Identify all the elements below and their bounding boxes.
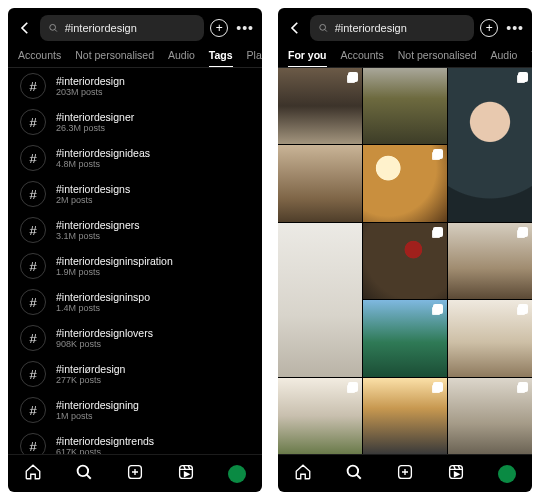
hashtag-icon: # <box>20 325 46 351</box>
grid-post-tall[interactable] <box>278 223 362 377</box>
grid-post[interactable] <box>363 145 447 221</box>
hashtag-icon: # <box>20 361 46 387</box>
search-input[interactable] <box>65 22 197 34</box>
hashtag-meta: 203M posts <box>56 87 125 97</box>
hashtag-name: #interiordesigners <box>56 219 139 231</box>
svg-line-15 <box>357 474 361 478</box>
carousel-icon <box>348 382 358 392</box>
hashtag-result-row[interactable]: ##interiordesigning1M posts <box>8 392 262 428</box>
more-options-icon[interactable]: ••• <box>506 20 524 36</box>
hashtag-name: #interiørdesign <box>56 363 125 375</box>
grid-post[interactable] <box>278 378 362 454</box>
svg-point-2 <box>78 465 89 476</box>
grid-post[interactable] <box>363 378 447 454</box>
grid-post[interactable] <box>278 145 362 221</box>
tab-tags[interactable]: Tags <box>209 49 233 67</box>
search-box[interactable] <box>310 15 474 41</box>
hashtag-result-row[interactable]: ##interiørdesign277K posts <box>8 356 262 392</box>
hashtag-result-row[interactable]: ##interiordesigners3.1M posts <box>8 212 262 248</box>
hashtag-icon: # <box>20 289 46 315</box>
grid-post[interactable] <box>363 300 447 376</box>
carousel-icon <box>518 382 528 392</box>
tab-accounts[interactable]: Accounts <box>341 49 384 67</box>
nav-profile-avatar[interactable] <box>228 465 246 483</box>
tab-places-partial[interactable]: Pla <box>247 49 262 67</box>
create-button[interactable]: + <box>480 19 498 37</box>
carousel-icon <box>433 227 443 237</box>
search-tabs: For you Accounts Not personalised Audio … <box>278 45 532 68</box>
more-options-icon[interactable]: ••• <box>236 20 254 36</box>
hashtag-meta: 1.4M posts <box>56 303 150 313</box>
hashtag-results-list[interactable]: ##interiordesign203M posts##interiordesi… <box>8 68 262 454</box>
hashtag-result-row[interactable]: ##interiordesign203M posts <box>8 68 262 104</box>
hashtag-meta: 3.1M posts <box>56 231 139 241</box>
hashtag-result-row[interactable]: ##interiordesigntrends617K posts <box>8 428 262 454</box>
phone-tags-screen: + ••• Accounts Not personalised Audio Ta… <box>8 8 262 492</box>
grid-post[interactable] <box>363 223 447 299</box>
svg-line-1 <box>55 29 57 31</box>
hashtag-result-row[interactable]: ##interiordesigninspiration1.9M posts <box>8 248 262 284</box>
back-button[interactable] <box>286 19 304 37</box>
grid-post[interactable] <box>448 300 532 376</box>
hashtag-meta: 617K posts <box>56 447 154 454</box>
nav-search-icon[interactable] <box>75 463 93 485</box>
nav-reels-icon[interactable] <box>177 463 195 485</box>
tab-audio[interactable]: Audio <box>168 49 195 67</box>
tab-for-you[interactable]: For you <box>288 49 327 67</box>
svg-line-3 <box>87 474 91 478</box>
hashtag-name: #interiordesigning <box>56 399 139 411</box>
grid-post[interactable] <box>278 68 362 144</box>
hashtag-icon: # <box>20 253 46 279</box>
carousel-icon <box>433 304 443 314</box>
hashtag-icon: # <box>20 73 46 99</box>
search-header: + ••• <box>8 8 262 45</box>
search-tabs: Accounts Not personalised Audio Tags Pla <box>8 45 262 68</box>
search-icon <box>48 22 59 34</box>
hashtag-name: #interiordesigns <box>56 183 130 195</box>
hashtag-result-row[interactable]: ##interiordesignideas4.8M posts <box>8 140 262 176</box>
hashtag-name: #interiordesign <box>56 75 125 87</box>
nav-search-icon[interactable] <box>345 463 363 485</box>
nav-create-icon[interactable] <box>396 463 414 485</box>
hashtag-icon: # <box>20 217 46 243</box>
hashtag-name: #interiordesigntrends <box>56 435 154 447</box>
bottom-nav <box>8 454 262 492</box>
search-input[interactable] <box>335 22 467 34</box>
tab-not-personalised[interactable]: Not personalised <box>398 49 477 67</box>
svg-line-13 <box>325 29 327 31</box>
hashtag-meta: 4.8M posts <box>56 159 150 169</box>
carousel-icon <box>518 227 528 237</box>
create-button[interactable]: + <box>210 19 228 37</box>
hashtag-result-row[interactable]: ##interiordesignlovers908K posts <box>8 320 262 356</box>
grid-post[interactable] <box>448 223 532 299</box>
tab-accounts[interactable]: Accounts <box>18 49 61 67</box>
tab-audio[interactable]: Audio <box>491 49 518 67</box>
hashtag-icon: # <box>20 145 46 171</box>
hashtag-name: #interiordesignideas <box>56 147 150 159</box>
grid-post[interactable] <box>448 378 532 454</box>
search-header: + ••• <box>278 8 532 45</box>
hashtag-result-row[interactable]: ##interiordesigninspo1.4M posts <box>8 284 262 320</box>
grid-post-tall[interactable] <box>448 68 532 222</box>
nav-home-icon[interactable] <box>24 463 42 485</box>
svg-point-14 <box>348 465 359 476</box>
hashtag-result-row[interactable]: ##interiordesigns2M posts <box>8 176 262 212</box>
svg-point-0 <box>50 24 56 30</box>
explore-grid[interactable] <box>278 68 532 454</box>
back-button[interactable] <box>16 19 34 37</box>
tab-tags-partial[interactable]: T <box>531 49 532 67</box>
tab-not-personalised[interactable]: Not personalised <box>75 49 154 67</box>
hashtag-meta: 26.3M posts <box>56 123 134 133</box>
hashtag-result-row[interactable]: ##interiordesigner26.3M posts <box>8 104 262 140</box>
carousel-icon <box>348 72 358 82</box>
hashtag-name: #interiordesigninspo <box>56 291 150 303</box>
carousel-icon <box>433 382 443 392</box>
nav-home-icon[interactable] <box>294 463 312 485</box>
nav-create-icon[interactable] <box>126 463 144 485</box>
nav-reels-icon[interactable] <box>447 463 465 485</box>
phone-foryou-screen: + ••• For you Accounts Not personalised … <box>278 8 532 492</box>
nav-profile-avatar[interactable] <box>498 465 516 483</box>
svg-marker-23 <box>454 472 459 477</box>
grid-post[interactable] <box>363 68 447 144</box>
search-box[interactable] <box>40 15 204 41</box>
